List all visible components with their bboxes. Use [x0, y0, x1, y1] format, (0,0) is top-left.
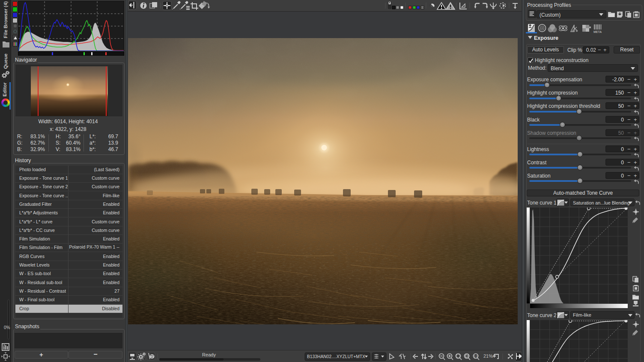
svg-text:B133HAN02....XYZLUT+MTX: B133HAN02....XYZLUT+MTX: [307, 354, 365, 359]
svg-text:21%: 21%: [483, 353, 493, 359]
svg-text:META: META: [593, 30, 602, 33]
svg-text:Ready: Ready: [202, 352, 216, 357]
svg-text:1:1: 1:1: [474, 355, 478, 358]
